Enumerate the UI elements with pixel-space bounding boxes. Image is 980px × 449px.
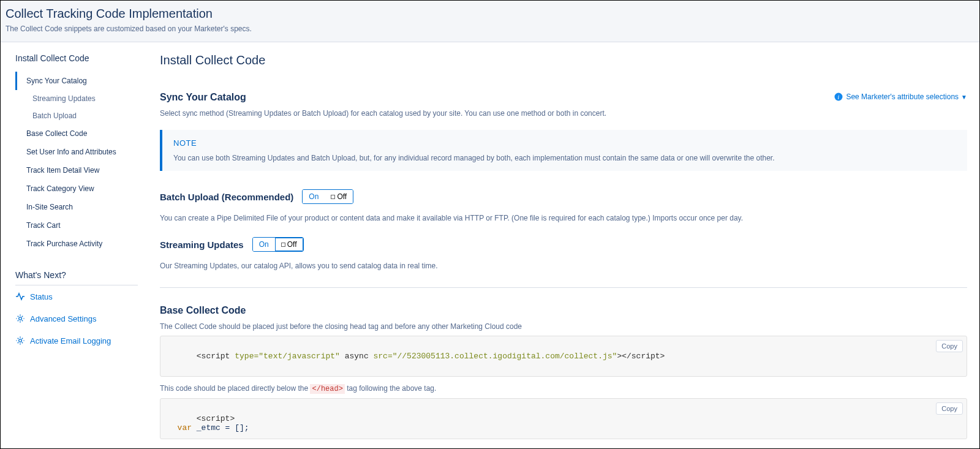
note-text: You can use both Streaming Updates and B…: [173, 154, 956, 162]
chevron-down-icon: ▼: [961, 94, 967, 100]
whats-next-email-logging[interactable]: Activate Email Logging: [15, 330, 150, 352]
page-subtitle: The Collect Code snippets are customized…: [6, 25, 974, 33]
sidebar: Install Collect Code Sync Your Catalog S…: [1, 42, 154, 447]
sidebar-item-track-category[interactable]: Track Category View: [15, 179, 150, 198]
batch-heading: Batch Upload (Recommended): [160, 192, 293, 202]
streaming-off-button[interactable]: Off: [275, 238, 303, 251]
attribute-selections-link[interactable]: i See Marketer's attribute selections ▼: [834, 92, 967, 102]
batch-on-button[interactable]: On: [303, 190, 325, 203]
base-desc-1: The Collect Code should be placed just b…: [160, 322, 967, 331]
page-header: Collect Tracking Code Implementation The…: [1, 1, 979, 42]
copy-button[interactable]: Copy: [936, 402, 963, 415]
page-title: Collect Tracking Code Implementation: [6, 7, 974, 21]
note-box: NOTE You can use both Streaming Updates …: [160, 130, 967, 171]
main-content: Install Collect Code Sync Your Catalog i…: [154, 42, 979, 447]
batch-toggle: On Off: [302, 189, 353, 204]
sync-heading: Sync Your Catalog: [160, 92, 246, 103]
batch-description: You can create a Pipe Delimited File of …: [160, 214, 967, 222]
sidebar-item-streaming-updates[interactable]: Streaming Updates: [15, 90, 150, 107]
sidebar-item-track-item-detail[interactable]: Track Item Detail View: [15, 161, 150, 179]
info-icon: i: [834, 92, 843, 102]
base-heading: Base Collect Code: [160, 305, 967, 316]
gear-icon: [15, 336, 25, 345]
sidebar-item-track-purchase[interactable]: Track Purchase Activity: [15, 235, 150, 253]
square-icon: [331, 195, 335, 199]
copy-button[interactable]: Copy: [936, 340, 963, 352]
code-block-1: Copy<script type="text/javascript" async…: [160, 336, 967, 377]
code-block-2: Copy<script> var _etmc = [];: [160, 398, 967, 439]
sidebar-item-batch-upload[interactable]: Batch Upload: [15, 107, 150, 124]
note-title: NOTE: [173, 138, 956, 148]
streaming-toggle: On Off: [252, 237, 304, 252]
sidebar-section-title: Install Collect Code: [15, 53, 150, 63]
svg-point-0: [19, 317, 22, 320]
whats-next-status[interactable]: Status: [15, 285, 150, 308]
streaming-on-button[interactable]: On: [253, 238, 275, 251]
divider: [160, 287, 967, 288]
inline-code: </head>: [310, 384, 344, 394]
whats-next-heading: What's Next?: [15, 270, 138, 285]
sidebar-item-base-collect-code[interactable]: Base Collect Code: [15, 124, 150, 143]
svg-text:i: i: [838, 94, 840, 100]
sidebar-item-in-site-search[interactable]: In-Site Search: [15, 198, 150, 216]
gear-icon: [15, 314, 25, 323]
svg-point-1: [19, 339, 22, 342]
streaming-heading: Streaming Updates: [160, 240, 244, 250]
main-title: Install Collect Code: [160, 53, 967, 67]
square-icon: [281, 243, 285, 247]
batch-off-button[interactable]: Off: [325, 190, 353, 203]
sidebar-item-set-user-info[interactable]: Set User Info and Attributes: [15, 143, 150, 161]
sidebar-item-track-cart[interactable]: Track Cart: [15, 216, 150, 235]
whats-next-advanced-settings[interactable]: Advanced Settings: [15, 308, 150, 330]
base-desc-2: This code should be placed directly belo…: [160, 384, 967, 393]
pulse-icon: [15, 292, 25, 301]
sidebar-item-sync-catalog[interactable]: Sync Your Catalog: [15, 72, 150, 90]
sync-description: Select sync method (Streaming Updates or…: [160, 109, 967, 118]
streaming-description: Our Streaming Updates, our catalog API, …: [160, 262, 967, 270]
